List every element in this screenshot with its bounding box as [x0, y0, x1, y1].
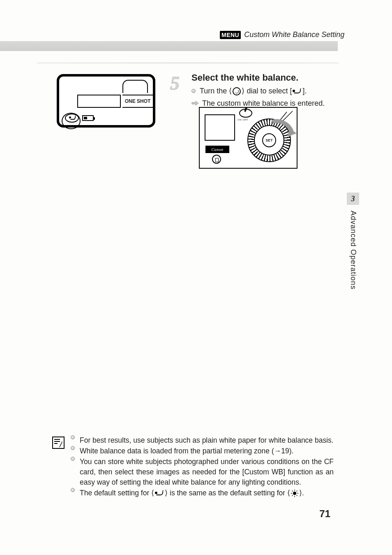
bullet-icon — [71, 446, 75, 450]
power-switch-icon — [239, 109, 252, 118]
result-arrow-icon — [191, 100, 199, 106]
quick-control-dial-icon — [233, 87, 241, 95]
note-1: For best results, use subjects such as p… — [80, 435, 334, 446]
note-2: White balance data is loaded from the pa… — [80, 446, 334, 456]
manual-page: MENU Custom White Balance Setting ONE SH… — [0, 0, 392, 555]
svg-line-10 — [297, 491, 297, 492]
on-off-label: ON OFF — [238, 118, 248, 121]
notes-icon — [52, 436, 65, 449]
svg-line-11 — [292, 495, 293, 496]
step-number: 5 — [170, 72, 180, 94]
lcd-one-shot-label: ONE SHOT — [122, 95, 154, 108]
trash-button-icon — [212, 155, 221, 164]
daylight-wb-icon — [291, 490, 298, 497]
step-line1-pre: Turn the ⟨ — [200, 87, 232, 95]
menu-badge-icon: MENU — [220, 31, 241, 39]
camera-back-illustration: Canon ON OFF SET — [199, 107, 297, 169]
page-header: MENU Custom White Balance Setting — [220, 30, 344, 39]
svg-rect-0 — [53, 437, 64, 448]
separator-line — [37, 63, 339, 63]
bullet-icon — [71, 435, 75, 439]
note-3: You can store white subjects photographe… — [80, 457, 334, 488]
battery-icon — [82, 115, 94, 121]
note-4: The default setting for ⟨⟩ is the same a… — [80, 488, 334, 498]
bullet-icon — [71, 488, 75, 492]
step-line1-mid: ⟩ dial to select [ — [242, 87, 292, 95]
chapter-number: 3 — [347, 193, 359, 205]
custom-wb-inline-icon — [155, 490, 164, 496]
bullet-icon — [191, 89, 196, 93]
header-grey-band — [0, 41, 338, 51]
quick-control-dial-illustration: SET — [247, 118, 291, 162]
page-number: 71 — [319, 508, 330, 520]
lcd-panel-illustration: ONE SHOT — [57, 74, 155, 128]
svg-line-9 — [297, 495, 297, 496]
chapter-label: Advanced Operations — [349, 211, 357, 290]
custom-wb-icon — [65, 114, 79, 123]
svg-line-8 — [292, 491, 293, 492]
chapter-side-tab: 3 Advanced Operations — [347, 193, 359, 308]
custom-wb-inline-icon — [293, 88, 302, 94]
step-title: Select the white balance. — [191, 72, 298, 83]
step-line1-post: ]. — [302, 87, 307, 95]
notes-block: For best results, use subjects such as p… — [71, 435, 334, 499]
camera-brand-label: Canon — [205, 146, 229, 153]
rotation-arrow-icon — [269, 118, 297, 138]
step-instructions: Turn the ⟨⟩ dial to select []. The custo… — [191, 85, 339, 109]
bullet-icon — [71, 457, 75, 461]
header-title: Custom White Balance Setting — [244, 30, 344, 39]
